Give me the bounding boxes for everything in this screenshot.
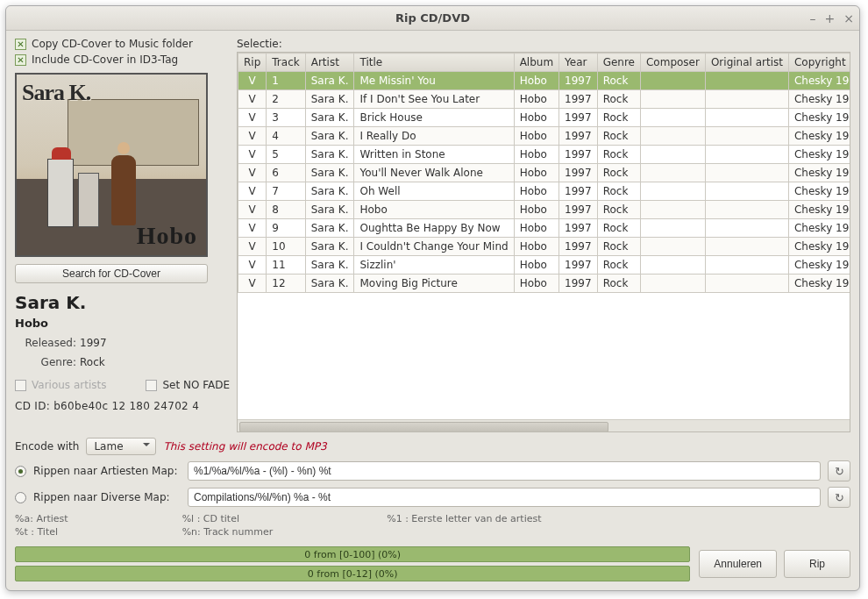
cell-artist[interactable]: Sara K. xyxy=(305,238,354,256)
table-row[interactable]: V8Sara K.HoboHobo1997RockChesky 1997 xyxy=(238,201,850,219)
cell-composer[interactable] xyxy=(640,90,705,109)
table-row[interactable]: V1Sara K.Me Missin' YouHobo1997RockChesk… xyxy=(238,72,850,90)
cell-year[interactable]: 1997 xyxy=(559,164,598,182)
artist-map-input[interactable] xyxy=(188,461,821,481)
cell-rip[interactable]: V xyxy=(238,182,267,201)
cell-artist[interactable]: Sara K. xyxy=(305,201,354,219)
cell-album[interactable]: Hobo xyxy=(514,72,559,90)
cell-year[interactable]: 1997 xyxy=(559,238,598,256)
cell-title[interactable]: Me Missin' You xyxy=(354,72,514,90)
cell-track[interactable]: 8 xyxy=(267,201,305,219)
cell-original[interactable] xyxy=(705,146,788,164)
cell-composer[interactable] xyxy=(640,164,705,182)
cell-album[interactable]: Hobo xyxy=(514,219,559,238)
cell-composer[interactable] xyxy=(640,72,705,90)
horizontal-scrollbar[interactable] xyxy=(238,419,850,431)
cell-composer[interactable] xyxy=(640,146,705,164)
cell-genre[interactable]: Rock xyxy=(597,238,640,256)
cell-rip[interactable]: V xyxy=(238,256,267,275)
cell-composer[interactable] xyxy=(640,275,705,293)
column-header[interactable]: Composer xyxy=(640,53,705,72)
cell-title[interactable]: I Really Do xyxy=(354,127,514,146)
cell-year[interactable]: 1997 xyxy=(559,90,598,109)
cell-title[interactable]: Oh Well xyxy=(354,182,514,201)
cell-album[interactable]: Hobo xyxy=(514,127,559,146)
column-header[interactable]: Genre xyxy=(597,53,640,72)
cell-artist[interactable]: Sara K. xyxy=(305,275,354,293)
cell-copyright[interactable]: Chesky 1997 xyxy=(788,275,850,293)
table-row[interactable]: V6Sara K.You'll Never Walk AloneHobo1997… xyxy=(238,164,850,182)
cell-album[interactable]: Hobo xyxy=(514,238,559,256)
table-row[interactable]: V4Sara K.I Really DoHobo1997RockChesky 1… xyxy=(238,127,850,146)
cell-copyright[interactable]: Chesky 1997 xyxy=(788,256,850,275)
copy-cover-checkbox[interactable]: ✕ Copy CD-Cover to Music folder xyxy=(15,38,230,50)
cell-original[interactable] xyxy=(705,72,788,90)
cell-genre[interactable]: Rock xyxy=(597,146,640,164)
cell-year[interactable]: 1997 xyxy=(559,72,598,90)
cell-original[interactable] xyxy=(705,256,788,275)
cell-genre[interactable]: Rock xyxy=(597,201,640,219)
cell-genre[interactable]: Rock xyxy=(597,164,640,182)
cell-copyright[interactable]: Chesky 1997 xyxy=(788,90,850,109)
cell-year[interactable]: 1997 xyxy=(559,256,598,275)
column-header[interactable]: Track xyxy=(267,53,305,72)
cell-album[interactable]: Hobo xyxy=(514,146,559,164)
track-grid[interactable]: RipTrackArtistTitleAlbumYearGenreCompose… xyxy=(237,52,850,432)
cell-rip[interactable]: V xyxy=(238,219,267,238)
cell-artist[interactable]: Sara K. xyxy=(305,256,354,275)
include-cover-checkbox[interactable]: ✕ Include CD-Cover in ID3-Tag xyxy=(15,53,230,66)
cell-genre[interactable]: Rock xyxy=(597,90,640,109)
cell-year[interactable]: 1997 xyxy=(559,146,598,164)
cell-composer[interactable] xyxy=(640,109,705,127)
various-artists-checkbox[interactable] xyxy=(15,380,26,391)
cell-composer[interactable] xyxy=(640,201,705,219)
cell-original[interactable] xyxy=(705,201,788,219)
cell-track[interactable]: 9 xyxy=(267,219,305,238)
encoder-select[interactable]: Lame xyxy=(86,438,156,455)
cell-artist[interactable]: Sara K. xyxy=(305,219,354,238)
column-header[interactable]: Album xyxy=(514,53,559,72)
cell-genre[interactable]: Rock xyxy=(597,127,640,146)
cell-rip[interactable]: V xyxy=(238,127,267,146)
cell-rip[interactable]: V xyxy=(238,109,267,127)
cell-track[interactable]: 12 xyxy=(267,275,305,293)
cell-composer[interactable] xyxy=(640,127,705,146)
artist-map-refresh-button[interactable]: ↻ xyxy=(828,460,850,481)
table-row[interactable]: V5Sara K.Written in StoneHobo1997RockChe… xyxy=(238,146,850,164)
cell-artist[interactable]: Sara K. xyxy=(305,109,354,127)
diverse-map-input[interactable] xyxy=(188,488,821,507)
cell-copyright[interactable]: Chesky 1997 xyxy=(788,72,850,90)
cell-copyright[interactable]: Chesky 1997 xyxy=(788,109,850,127)
cell-artist[interactable]: Sara K. xyxy=(305,72,354,90)
cell-genre[interactable]: Rock xyxy=(597,256,640,275)
cell-year[interactable]: 1997 xyxy=(559,275,598,293)
column-header[interactable]: Artist xyxy=(305,53,354,72)
maximize-icon[interactable]: + xyxy=(825,11,836,25)
cell-track[interactable]: 1 xyxy=(267,72,305,90)
cell-composer[interactable] xyxy=(640,182,705,201)
cell-track[interactable]: 5 xyxy=(267,146,305,164)
cell-album[interactable]: Hobo xyxy=(514,182,559,201)
cell-album[interactable]: Hobo xyxy=(514,164,559,182)
cell-track[interactable]: 4 xyxy=(267,127,305,146)
cell-year[interactable]: 1997 xyxy=(559,219,598,238)
table-row[interactable]: V2Sara K.If I Don't See You LaterHobo199… xyxy=(238,90,850,109)
diverse-map-refresh-button[interactable]: ↻ xyxy=(828,487,850,508)
cell-copyright[interactable]: Chesky 1997 xyxy=(788,146,850,164)
cell-artist[interactable]: Sara K. xyxy=(305,164,354,182)
column-header[interactable]: Copyright xyxy=(788,53,850,72)
cell-copyright[interactable]: Chesky 1997 xyxy=(788,201,850,219)
cell-artist[interactable]: Sara K. xyxy=(305,146,354,164)
cell-original[interactable] xyxy=(705,164,788,182)
cell-title[interactable]: Written in Stone xyxy=(354,146,514,164)
cell-title[interactable]: You'll Never Walk Alone xyxy=(354,164,514,182)
cell-album[interactable]: Hobo xyxy=(514,90,559,109)
cell-composer[interactable] xyxy=(640,238,705,256)
table-row[interactable]: V3Sara K.Brick HouseHobo1997RockChesky 1… xyxy=(238,109,850,127)
cell-title[interactable]: Brick House xyxy=(354,109,514,127)
cell-title[interactable]: Oughtta Be Happy By Now xyxy=(354,219,514,238)
minimize-icon[interactable]: – xyxy=(810,11,816,25)
cell-album[interactable]: Hobo xyxy=(514,275,559,293)
cell-genre[interactable]: Rock xyxy=(597,219,640,238)
cell-album[interactable]: Hobo xyxy=(514,256,559,275)
